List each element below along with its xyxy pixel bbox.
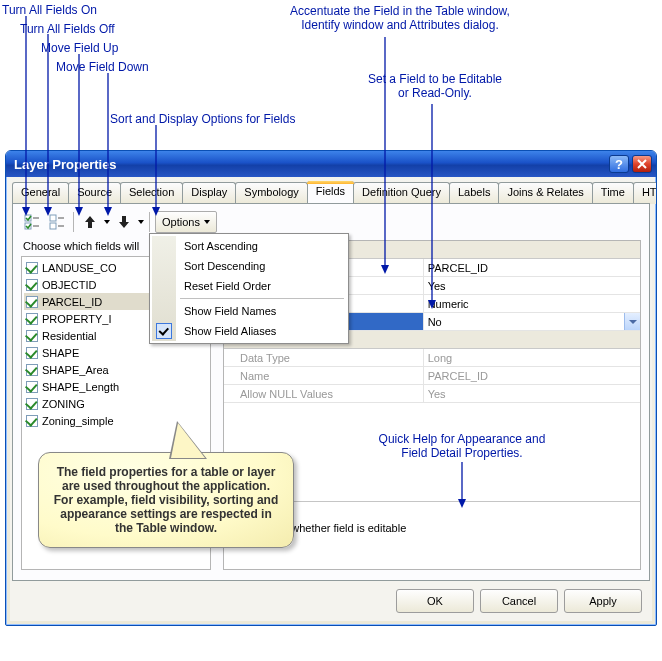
tab-source[interactable]: Source	[68, 182, 121, 204]
titlebar-help-button[interactable]: ?	[609, 155, 629, 173]
tab-definition-query[interactable]: Definition Query	[353, 182, 450, 204]
options-label: Options	[162, 216, 200, 228]
checkbox-icon[interactable]	[26, 398, 38, 410]
list-item[interactable]: SHAPE_Area	[24, 361, 208, 378]
tab-fields[interactable]: Fields	[307, 181, 354, 203]
ok-button[interactable]: OK	[396, 589, 474, 613]
menu-sort-descending[interactable]: Sort Descending	[152, 256, 346, 276]
checkbox-icon[interactable]	[26, 313, 38, 325]
checkbox-icon[interactable]	[26, 364, 38, 376]
apply-button[interactable]: Apply	[564, 589, 642, 613]
checkbox-icon[interactable]	[26, 279, 38, 291]
list-item[interactable]: SHAPE_Length	[24, 378, 208, 395]
window-title: Layer Properties	[14, 157, 117, 172]
menu-show-field-names[interactable]: Show Field Names	[152, 301, 346, 321]
checkbox-icon[interactable]	[26, 296, 38, 308]
options-button[interactable]: Options	[155, 211, 217, 233]
checkbox-icon[interactable]	[26, 415, 38, 427]
tab-selection[interactable]: Selection	[120, 182, 183, 204]
checkbox-icon[interactable]	[26, 330, 38, 342]
chevron-down-icon	[204, 220, 210, 224]
cancel-button[interactable]: Cancel	[480, 589, 558, 613]
options-menu: Sort Ascending Sort Descending Reset Fie…	[149, 233, 349, 344]
anno-editable: Set a Field to be Editable or Read-Only.	[345, 72, 525, 100]
svg-rect-12	[50, 215, 56, 221]
anno-all-on: Turn All Fields On	[2, 3, 97, 17]
anno-all-off: Turn All Fields Off	[20, 22, 115, 36]
prop-row-name: NamePARCEL_ID	[224, 367, 640, 385]
turn-all-off-button[interactable]	[46, 211, 68, 233]
checkbox-icon[interactable]	[26, 381, 38, 393]
anno-sort-opts: Sort and Display Options for Fields	[110, 112, 295, 126]
move-up-button[interactable]	[79, 211, 101, 233]
choose-fields-label: Choose which fields will	[23, 240, 139, 252]
checkbox-icon[interactable]	[26, 347, 38, 359]
tab-labels[interactable]: Labels	[449, 182, 499, 204]
titlebar[interactable]: Layer Properties ?	[6, 151, 656, 177]
prop-row-data-type: Data TypeLong	[224, 349, 640, 367]
anno-accentuate: Accentuate the Field in the Table window…	[270, 4, 530, 32]
list-item[interactable]: ZONING	[24, 395, 208, 412]
tab-symbology[interactable]: Symbology	[235, 182, 307, 204]
move-down-button[interactable]	[113, 211, 135, 233]
dropdown-button[interactable]	[624, 313, 640, 330]
check-icon	[156, 323, 172, 339]
tab-strip: General Source Selection Display Symbolo…	[10, 181, 652, 203]
tab-general[interactable]: General	[12, 182, 69, 204]
menu-reset-field-order[interactable]: Reset Field Order	[152, 276, 346, 296]
svg-rect-13	[50, 223, 56, 229]
menu-show-field-aliases[interactable]: Show Field Aliases	[152, 321, 346, 341]
tab-display[interactable]: Display	[182, 182, 236, 204]
dialog-layer-properties: Layer Properties ? General Source Select…	[5, 150, 657, 626]
menu-sort-ascending[interactable]: Sort Ascending	[152, 236, 346, 256]
anno-move-down: Move Field Down	[56, 60, 149, 74]
checkbox-icon[interactable]	[26, 262, 38, 274]
tab-joins-relates[interactable]: Joins & Relates	[498, 182, 592, 204]
titlebar-close-button[interactable]	[632, 155, 652, 173]
callout-bubble: The field properties for a table or laye…	[38, 452, 294, 548]
turn-all-on-button[interactable]	[21, 211, 43, 233]
list-item[interactable]: SHAPE	[24, 344, 208, 361]
tab-time[interactable]: Time	[592, 182, 634, 204]
tab-html-popup[interactable]: HTML Popup	[633, 182, 657, 204]
anno-move-up: Move Field Up	[41, 41, 118, 55]
prop-row-allow-null: Allow NULL ValuesYes	[224, 385, 640, 403]
